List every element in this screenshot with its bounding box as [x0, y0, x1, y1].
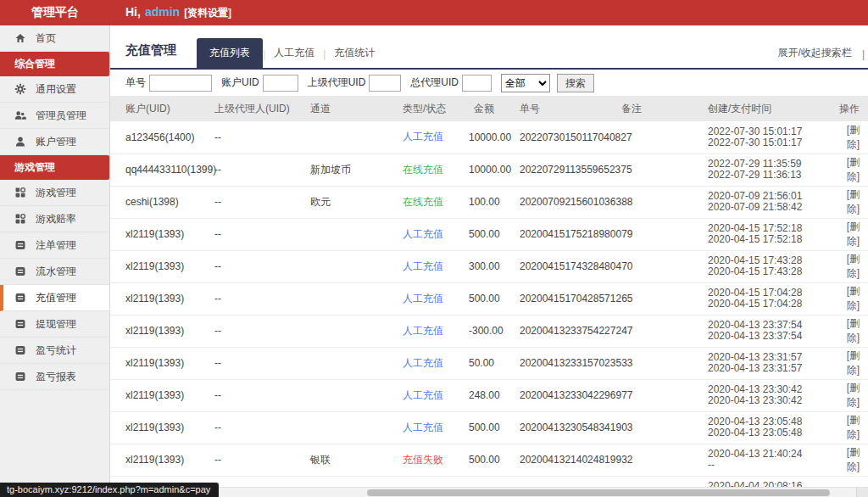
operation-cell: [删除]	[835, 411, 868, 444]
amount-cell: 10000.00	[469, 154, 520, 186]
col-amount: 金额	[469, 96, 520, 121]
order-no-cell: 20200413233042296977	[520, 379, 621, 411]
delete-link[interactable]: [删除]	[847, 156, 860, 182]
delete-link[interactable]: [删除]	[847, 253, 860, 279]
delete-link[interactable]: [删除]	[847, 124, 860, 150]
tab-recharge-list[interactable]: 充值列表	[197, 38, 263, 68]
sidebar-item-7[interactable]: 游戏赔率	[0, 206, 109, 232]
top-agent-uid-input[interactable]	[462, 75, 492, 92]
sidebar-item-2[interactable]: 通用设置	[0, 76, 109, 103]
remark-cell	[621, 218, 708, 250]
delete-link[interactable]: [删除]	[847, 414, 860, 440]
sidebar-item-9[interactable]: 流水管理	[0, 259, 109, 285]
sidebar-item-13[interactable]: 盈亏报表	[0, 364, 109, 390]
user-greeting: Hi, admin [资料设置]	[125, 5, 231, 20]
table-row: xl2119(1393) -- 人工充值 500.00 202004151752…	[110, 218, 868, 250]
type-status-cell: 在线充值	[403, 186, 469, 218]
delete-link[interactable]: [删除]	[847, 285, 860, 311]
toggle-search-bar-link[interactable]: 展开/收起搜索栏	[778, 46, 862, 68]
sidebar-item-8[interactable]: 注单管理	[0, 232, 109, 259]
parent-agent-cell: --	[214, 154, 310, 186]
col-channel: 通道	[310, 96, 403, 121]
grid-icon	[14, 187, 26, 198]
users-icon	[14, 109, 26, 121]
type-status-cell: 人工充值	[403, 411, 469, 444]
operation-cell: [删除]	[835, 347, 868, 379]
sidebar-item-label: 注单管理	[36, 238, 76, 253]
sidebar-nav: 首页 综合管理 通用设置 管理员管理 账户管理 游戏管理 游戏管理 游戏赔率 注…	[0, 25, 110, 497]
parent-agent-cell: --	[214, 282, 310, 315]
sidebar-item-4[interactable]: 账户管理	[0, 129, 109, 155]
page-title: 充值管理	[110, 42, 197, 68]
order-no-cell: 20200709215601036388	[520, 186, 621, 218]
time-cell: 2020-07-09 21:56:01 2020-07-09 21:58:42	[708, 186, 835, 218]
account-cell: xl2119(1393)	[110, 444, 214, 476]
greeting-prefix: Hi,	[125, 5, 141, 19]
tab-manual-recharge[interactable]: 人工充值	[265, 38, 323, 68]
parent-agent-uid-label: 上级代理UID	[308, 75, 366, 90]
delete-link[interactable]: [删除]	[847, 382, 860, 408]
order-no-cell: 20220730150117040827	[520, 121, 621, 154]
time-cell: 2020-04-15 17:04:28 2020-04-15 17:04:28	[708, 282, 835, 315]
type-status-cell: 在线充值	[403, 154, 469, 186]
time-cell: 2020-04-13 23:30:42 2020-04-13 23:30:42	[708, 379, 835, 411]
operation-cell: [删除]	[835, 186, 868, 218]
delete-link[interactable]: [删除]	[847, 188, 860, 215]
sidebar-item-12[interactable]: 盈亏统计	[0, 338, 109, 364]
order-no-input[interactable]	[149, 75, 212, 92]
tab-recharge-stats[interactable]: 充值统计	[326, 38, 383, 68]
edge-divider: |	[862, 48, 865, 68]
sidebar-item-3[interactable]: 管理员管理	[0, 103, 109, 129]
col-account: 账户(UID)	[110, 96, 214, 121]
delete-link[interactable]: [删除]	[847, 221, 860, 247]
top-header-bar: 管理平台 Hi, admin [资料设置]	[0, 0, 868, 25]
type-status-cell: 人工充值	[403, 218, 469, 250]
sidebar-item-10[interactable]: 充值管理	[0, 285, 109, 311]
parent-agent-cell: --	[214, 347, 310, 379]
parent-agent-cell: --	[214, 444, 310, 476]
table-row: xl2119(1393) -- 人工充值 -300.00 20200413233…	[110, 315, 868, 347]
sidebar-item-6[interactable]: 游戏管理	[0, 180, 109, 206]
sidebar-item-11[interactable]: 提现管理	[0, 311, 109, 338]
doc-icon	[14, 344, 26, 356]
table-row: ceshi(1398) -- 欧元 在线充值 100.00 2020070921…	[110, 186, 868, 218]
search-button[interactable]: 搜索	[557, 74, 594, 92]
remark-cell	[621, 121, 708, 154]
status-bar-url: tg-bocaiym.xyz:9212/index.php?m=admin&c=…	[0, 483, 219, 497]
time-cell: 2020-04-13 21:40:24 --	[708, 444, 835, 476]
sidebar-section-header: 游戏管理	[0, 155, 109, 180]
account-uid-label: 账户UID	[221, 75, 259, 90]
operation-cell: [删除]	[835, 250, 868, 282]
time-cell: 2020-04-13 23:05:48 2020-04-13 23:05:48	[708, 411, 835, 444]
delete-link[interactable]: [删除]	[847, 317, 860, 343]
time-cell: 2020-04-15 17:52:18 2020-04-15 17:52:18	[708, 218, 835, 250]
status-select[interactable]: 全部	[501, 74, 550, 92]
profile-settings-link[interactable]: [资料设置]	[184, 6, 231, 20]
amount-cell: 500.00	[469, 411, 520, 444]
sidebar-item-label: 管理员管理	[36, 109, 86, 123]
paid-time: 2020-04-13 23:37:54	[708, 331, 835, 342]
table-row: xl2119(1393) -- 人工充值 248.00 202004132330…	[110, 379, 868, 411]
doc-icon	[14, 265, 26, 277]
scrollbar-thumb[interactable]	[367, 489, 830, 496]
sidebar-item-0[interactable]: 首页	[0, 25, 109, 52]
channel-cell: 银联	[310, 444, 403, 476]
order-no-cell: 20200413233157023533	[520, 347, 621, 379]
channel-cell	[310, 282, 403, 315]
channel-cell	[310, 315, 403, 347]
account-cell: xl2119(1393)	[110, 250, 214, 282]
delete-link[interactable]: [删除]	[847, 349, 860, 376]
channel-cell	[310, 411, 403, 444]
home-icon	[14, 32, 26, 44]
sidebar-item-label: 充值管理	[36, 291, 76, 305]
channel-cell	[310, 121, 403, 154]
account-uid-input[interactable]	[263, 75, 298, 92]
col-parent-agent: 上级代理人(UID)	[214, 96, 310, 121]
created-time: 2020-04-13 21:40:24	[708, 449, 835, 460]
operation-cell: [删除]	[835, 379, 868, 411]
scrollbar-corner	[856, 488, 868, 497]
delete-link[interactable]: [删除]	[847, 446, 860, 472]
parent-agent-uid-input[interactable]	[369, 75, 401, 92]
sidebar-item-label: 游戏赔率	[36, 212, 76, 226]
account-cell: ceshi(1398)	[110, 186, 214, 218]
